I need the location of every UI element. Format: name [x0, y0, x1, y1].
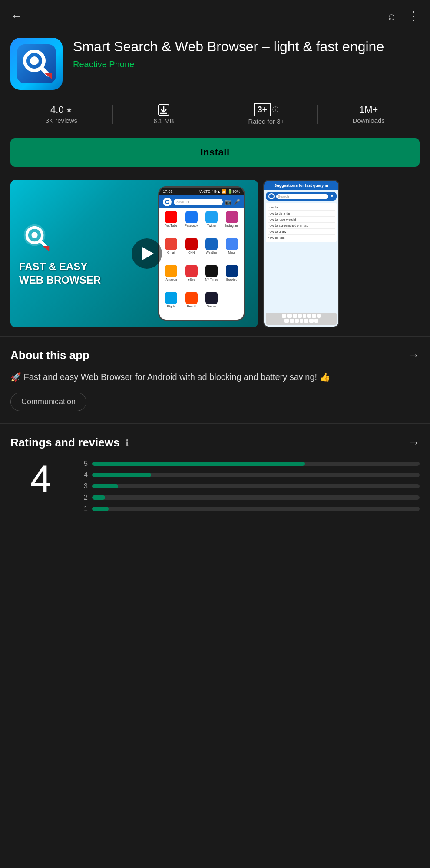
svg-point-2	[30, 56, 39, 65]
back-button[interactable]: ←	[10, 9, 23, 23]
bar-track-2	[92, 495, 420, 500]
svg-marker-12	[42, 246, 49, 251]
size-stat: 6.1 MB	[113, 104, 215, 125]
bar-label-1: 1	[80, 505, 88, 513]
nav-right-icons: ⌕ ⋮	[388, 9, 420, 23]
bar-fill-5	[92, 462, 305, 466]
download-icon	[158, 104, 170, 116]
app-title-section: Smart Search & Web Browser – light & fas…	[73, 38, 420, 69]
bottom-spacer	[0, 521, 430, 547]
screenshots-section: FAST & EASY WEB BROWSER 17:02VoLTE 4G▲ 📶…	[0, 175, 430, 336]
screenshot-main[interactable]: FAST & EASY WEB BROWSER 17:02VoLTE 4G▲ 📶…	[10, 180, 258, 327]
ratings-section: Ratings and reviews ℹ → 4 5 4 3	[0, 423, 430, 521]
rating-stat: 4.0★ 3K reviews	[10, 104, 112, 124]
bar-row-2: 2	[80, 494, 420, 502]
app-icon-svg	[17, 44, 56, 83]
about-section: About this app → 🚀 Fast and easy Web Bro…	[0, 336, 430, 423]
big-rating: 4	[10, 460, 71, 498]
bar-track-1	[92, 507, 420, 511]
screenshot-text: FAST & EASY WEB BROWSER	[19, 260, 101, 287]
rating-value: 4.0★	[50, 104, 73, 116]
install-button[interactable]: Install	[10, 138, 420, 167]
bar-row-4: 4	[80, 471, 420, 479]
secondary-header: Suggestions for fast query in	[264, 181, 338, 190]
ratings-title: Ratings and reviews	[10, 436, 119, 449]
svg-line-11	[40, 241, 45, 246]
screenshot-secondary: Suggestions for fast query in Search ▼ h…	[263, 180, 339, 327]
size-label: 6.1 MB	[153, 117, 174, 125]
bar-track-3	[92, 484, 420, 488]
play-triangle-icon	[142, 247, 154, 261]
ratings-info-icon[interactable]: ℹ	[126, 438, 129, 448]
svg-point-10	[31, 232, 37, 238]
ratings-title-group: Ratings and reviews ℹ	[10, 436, 129, 449]
install-section: Install	[0, 134, 430, 175]
about-title: About this app	[10, 349, 89, 362]
search-button[interactable]: ⌕	[388, 9, 395, 23]
top-nav: ← ⌕ ⋮	[0, 0, 430, 27]
bar-row-1: 1	[80, 505, 420, 513]
ratings-bottom: 4 5 4 3 2	[10, 460, 420, 516]
reviews-label: 3K reviews	[46, 117, 77, 124]
bar-fill-3	[92, 484, 118, 488]
ratings-header: Ratings and reviews ℹ →	[10, 436, 420, 449]
bar-track-4	[92, 473, 420, 477]
bar-fill-1	[92, 507, 109, 511]
phone-mockup-1: 17:02VoLTE 4G▲ 📶 🔋95% Search 📷 🎤	[158, 186, 245, 321]
app-header: Smart Search & Web Browser – light & fas…	[0, 27, 430, 99]
stats-row: 4.0★ 3K reviews 6.1 MB 3+ ⓘ Rated for 3+…	[0, 99, 430, 134]
bar-label-2: 2	[80, 494, 88, 502]
bar-label-3: 3	[80, 482, 88, 490]
bar-track-5	[92, 462, 420, 466]
big-rating-number: 4	[30, 460, 52, 498]
bar-label-5: 5	[80, 460, 88, 468]
screenshots-scroll[interactable]: FAST & EASY WEB BROWSER 17:02VoLTE 4G▲ 📶…	[10, 180, 430, 327]
app-title: Smart Search & Web Browser – light & fas…	[73, 38, 420, 55]
rating-bars: 5 4 3 2	[80, 460, 420, 516]
more-menu-button[interactable]: ⋮	[407, 9, 420, 23]
bar-row-3: 3	[80, 482, 420, 490]
screenshot-logo	[19, 221, 54, 255]
about-header: About this app →	[10, 349, 420, 362]
downloads-label: Downloads	[353, 117, 385, 124]
bar-label-4: 4	[80, 471, 88, 479]
downloads-value: 1M+	[359, 104, 378, 116]
about-description: 🚀 Fast and easy Web Browser for Android …	[10, 370, 420, 384]
app-developer[interactable]: Reactive Phone	[73, 59, 420, 69]
about-arrow[interactable]: →	[408, 349, 420, 362]
bar-fill-2	[92, 495, 105, 500]
communication-tag[interactable]: Communication	[10, 393, 86, 411]
bar-row-5: 5	[80, 460, 420, 468]
age-label: Rated for 3+	[248, 118, 284, 125]
bar-fill-4	[92, 473, 151, 477]
app-icon	[10, 38, 63, 90]
age-stat: 3+ ⓘ Rated for 3+	[215, 103, 318, 125]
ratings-arrow[interactable]: →	[408, 436, 420, 449]
downloads-stat: 1M+ Downloads	[318, 104, 420, 124]
play-button[interactable]	[132, 238, 162, 269]
age-rating-value: 3+ ⓘ	[254, 103, 278, 116]
